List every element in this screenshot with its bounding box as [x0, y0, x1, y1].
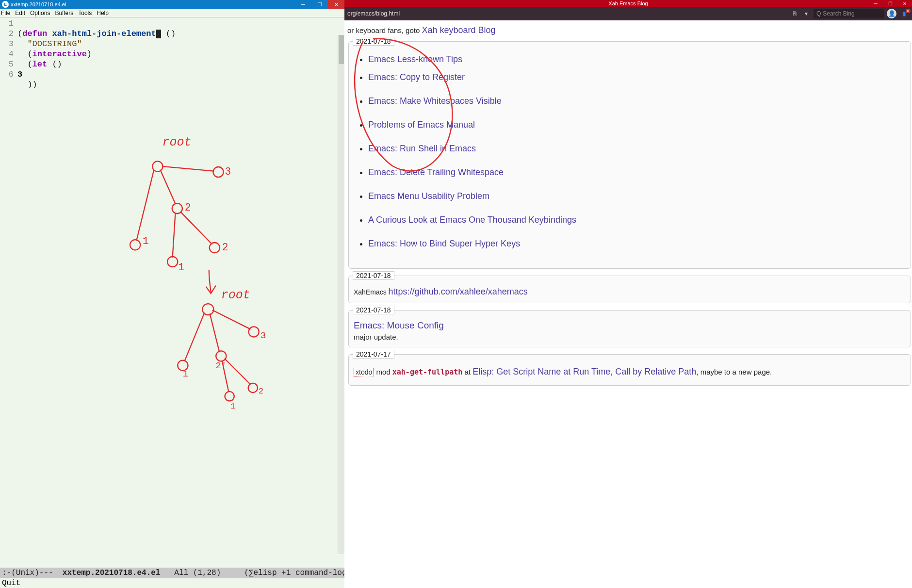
svg-point-3 [130, 240, 140, 250]
svg-line-31 [225, 359, 250, 384]
menu-tools[interactable]: Tools [78, 10, 92, 16]
list-item[interactable]: Emacs: Copy to Register [368, 72, 465, 82]
blog-section: 2021-07-18 Emacs Less-known Tips Emacs: … [348, 41, 911, 269]
maximize-button[interactable]: ☐ [311, 0, 328, 9]
browser-page[interactable]: or keyboard fans, goto Xah keyboard Blog… [344, 20, 912, 588]
browser-close-button[interactable]: ✕ [897, 0, 912, 7]
svg-point-26 [249, 327, 259, 337]
svg-line-22 [210, 314, 219, 351]
svg-line-28 [222, 361, 228, 392]
github-label: XahEmacs [354, 288, 389, 296]
svg-point-23 [216, 351, 226, 361]
svg-text:1: 1 [178, 261, 184, 273]
browser-tab-title: Xah Emacs Blog [608, 0, 648, 6]
svg-point-6 [172, 203, 182, 213]
blog-section: 2021-07-18 Emacs: Mouse Config major upd… [348, 310, 911, 347]
svg-text:2': 2' [215, 360, 227, 371]
top-text: or keyboard fans, goto Xah keyboard Blog [347, 25, 912, 35]
menu-options[interactable]: Options [30, 10, 50, 16]
svg-point-12 [167, 257, 178, 267]
emacs-modeline[interactable]: :-(Unix)--- xxtemp.20210718.e4.el All (1… [0, 568, 344, 578]
svg-point-15 [210, 243, 220, 253]
search-input[interactable]: Q Search Bing [814, 9, 884, 18]
browser-window: Xah Emacs Blog ─ ☐ ✕ org/emacs/blog.html… [344, 0, 912, 588]
menu-file[interactable]: File [1, 10, 10, 16]
section-date: 2021-07-17 [353, 350, 394, 359]
svg-text:2: 2 [259, 387, 263, 396]
browser-titlebar[interactable]: Xah Emacs Blog ─ ☐ ✕ [344, 0, 912, 7]
keyboard-blog-link[interactable]: Xah keyboard Blog [422, 25, 495, 35]
svg-point-29 [225, 392, 234, 401]
list-item[interactable]: Emacs: Make Whitespaces Visible [368, 96, 502, 106]
browser-minimize-button[interactable]: ─ [868, 0, 883, 7]
svg-text:3: 3 [261, 330, 266, 341]
list-item[interactable]: Problems of Emacs Manual [368, 120, 475, 130]
svg-line-5 [161, 170, 176, 204]
url-bar[interactable]: org/emacs/blog.html [347, 10, 400, 17]
svg-text:3: 3 [225, 166, 231, 178]
browser-maximize-button[interactable]: ☐ [883, 0, 897, 7]
svg-text:2: 2 [222, 242, 228, 253]
code-identifier: xah-get-fullpath [392, 368, 463, 376]
close-button[interactable]: ✕ [328, 0, 344, 9]
svg-point-20 [178, 360, 188, 371]
svg-line-8 [163, 166, 213, 171]
menu-help[interactable]: Help [97, 10, 109, 16]
list-item[interactable]: A Curious Look at Emacs One Thousand Key… [368, 215, 576, 225]
notifications-icon[interactable]: ▮0 [899, 10, 909, 17]
scrollbar-thumb[interactable] [339, 35, 344, 64]
github-link[interactable]: https://github.com/xahlee/xahemacs [389, 287, 528, 296]
menu-edit[interactable]: Edit [15, 10, 25, 16]
svg-point-9 [213, 167, 223, 177]
svg-point-1 [152, 161, 163, 171]
mouse-config-note: major update. [354, 333, 906, 341]
emacs-menubar: File Edit Options Buffers Tools Help [0, 9, 344, 17]
emacs-window: E xxtemp.20210718.e4.el ─ ☐ ✕ File Edit … [0, 0, 344, 588]
minimize-button[interactable]: ─ [295, 0, 311, 9]
line-number-gutter: 1 2 3 4 5 6 [0, 17, 17, 568]
list-item[interactable]: Emacs Less-known Tips [368, 54, 462, 64]
section-date: 2021-07-18 [353, 271, 394, 280]
emacs-window-title: xxtemp.20210718.e4.el [11, 1, 66, 7]
scrollbar[interactable] [338, 35, 344, 554]
handdrawn-annotations: root 1 2 3 1 2 root [17, 17, 344, 568]
list-item[interactable]: Emacs: Run Shell in Emacs [368, 144, 476, 153]
code-area[interactable]: (defun xah-html-join-element () "DOCSTRI… [17, 17, 344, 568]
browser-toolbar: org/emacs/blog.html ⎘ ▾ Q Search Bing 👤 … [344, 7, 912, 20]
svg-text:root: root [162, 135, 191, 149]
svg-point-18 [202, 304, 213, 315]
svg-text:1: 1 [230, 402, 235, 411]
emacs-buffer[interactable]: 1 2 3 4 5 6 (defun xah-html-join-element… [0, 17, 344, 568]
dropdown-icon[interactable]: ▾ [802, 10, 811, 17]
list-item[interactable]: Emacs: Delete Trailing Whitespace [368, 167, 504, 177]
emacs-app-icon: E [2, 1, 9, 8]
emacs-titlebar[interactable]: E xxtemp.20210718.e4.el ─ ☐ ✕ [0, 0, 344, 9]
search-icon: Q [816, 10, 821, 17]
svg-line-11 [173, 213, 176, 257]
menu-buffers[interactable]: Buffers [55, 10, 73, 16]
xtodo-tag: xtodo [354, 368, 374, 376]
list-item[interactable]: Emacs Menu Usability Problem [368, 191, 489, 201]
svg-line-2 [137, 170, 154, 240]
svg-text:1: 1 [143, 235, 149, 247]
svg-line-25 [212, 310, 250, 329]
section-date: 2021-07-18 [353, 306, 394, 314]
svg-text:2: 2 [185, 202, 191, 213]
blog-section: 2021-07-18 XahEmacs https://github.com/x… [348, 276, 911, 303]
svg-point-32 [248, 383, 258, 392]
emacs-minibuffer[interactable]: Quit [0, 578, 344, 588]
svg-text:root: root [221, 288, 250, 302]
mouse-config-link[interactable]: Emacs: Mouse Config [354, 320, 444, 330]
svg-text:1: 1 [183, 369, 189, 379]
svg-line-14 [181, 212, 212, 244]
text-cursor [156, 30, 161, 38]
user-avatar[interactable]: 👤 [887, 9, 896, 18]
search-placeholder: Search Bing [823, 10, 854, 17]
svg-line-19 [185, 313, 204, 360]
elisp-link[interactable]: Elisp: Get Script Name at Run Time, Call… [472, 367, 696, 376]
bookmark-icon[interactable]: ⎘ [790, 10, 799, 17]
blog-section: 2021-07-17 xtodo mod xah-get-fullpath at… [348, 354, 911, 386]
list-item[interactable]: Emacs: How to Bind Super Hyper Keys [368, 239, 520, 248]
section-date: 2021-07-18 [353, 37, 394, 46]
